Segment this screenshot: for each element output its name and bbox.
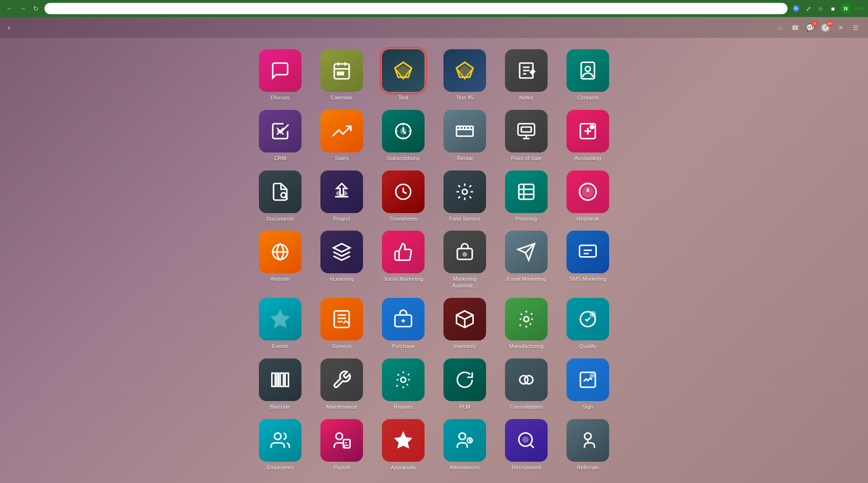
app-label-recruitment: Recruitment xyxy=(512,465,541,471)
topbar-left: ‹ xyxy=(8,23,10,32)
app-item-smsmarketing[interactable]: SMS Marketing xyxy=(562,229,614,291)
app-item-accounting[interactable]: Accounting xyxy=(562,108,614,164)
close-icon[interactable]: ✕ xyxy=(836,23,845,32)
app-item-project[interactable]: Project xyxy=(316,169,368,224)
app-item-appraisals[interactable]: Appraisals xyxy=(377,417,429,473)
app-item-timesheets[interactable]: Timesheets xyxy=(377,169,429,224)
app-label-website: Website xyxy=(270,276,290,283)
app-item-subscriptions[interactable]: Subscriptions xyxy=(377,108,429,164)
app-item-elearning[interactable]: eLearning xyxy=(316,229,368,291)
app-icon-quality xyxy=(567,298,609,340)
app-item-sales[interactable]: Sales xyxy=(316,108,368,164)
profile-avatar[interactable]: N xyxy=(841,3,851,14)
svg-point-76 xyxy=(523,437,528,442)
reload-button[interactable]: ↻ xyxy=(31,4,41,13)
app-item-test45[interactable]: Test 45 xyxy=(439,47,491,103)
app-item-pos[interactable]: Point of Sale xyxy=(500,108,552,164)
app-item-discuss[interactable]: Discuss xyxy=(254,47,306,103)
app-item-notes[interactable]: Notes xyxy=(500,47,552,103)
app-label-quality: Quality xyxy=(579,343,596,350)
app-item-purchase[interactable]: Purchase xyxy=(377,296,429,352)
app-icon-timesheets xyxy=(382,170,425,213)
app-label-barcode: Barcode xyxy=(270,404,291,411)
phone-icon[interactable]: ☎ xyxy=(790,23,800,32)
update-button[interactable] xyxy=(854,7,863,10)
app-item-socialmarketing[interactable]: Social Marketing xyxy=(377,229,429,291)
app-icon-purchase xyxy=(382,298,425,340)
browser-bar: ← → ↻ ⤢ ☆ ■ N xyxy=(0,0,868,17)
app-label-sign: Sign xyxy=(582,404,593,411)
app-item-consolidation[interactable]: Consolidation xyxy=(500,357,552,412)
app-label-appraisals: Appraisals xyxy=(390,465,416,471)
svg-marker-11 xyxy=(459,65,471,77)
app-item-crm[interactable]: CRM xyxy=(254,108,306,164)
app-icon-inventory xyxy=(443,298,486,340)
app-icon-emailmarketing xyxy=(505,231,548,273)
extension-icon[interactable]: ■ xyxy=(828,4,838,13)
forward-button[interactable]: → xyxy=(18,4,27,13)
app-grid-container: DiscussCalendarTestTest 45NotesContactsC… xyxy=(0,38,868,483)
app-item-barcode[interactable]: Barcode xyxy=(254,357,306,412)
app-label-discuss: Discuss xyxy=(271,95,290,101)
svg-rect-6 xyxy=(341,72,343,75)
notification-badge[interactable]: 💬 5 xyxy=(806,23,815,32)
app-item-emailmarketing[interactable]: Email Marketing xyxy=(500,229,552,291)
app-item-referrals[interactable]: Referrals xyxy=(562,417,614,473)
activity-badge[interactable]: 🕐 34 xyxy=(821,23,830,32)
odoo-back-button[interactable]: ‹ xyxy=(8,23,10,32)
app-label-socialmarketing: Social Marketing xyxy=(383,276,423,283)
app-item-helpdesk[interactable]: Helpdesk xyxy=(562,169,614,224)
home-icon[interactable]: ⌂ xyxy=(775,23,785,32)
app-label-contacts: Contacts xyxy=(577,95,598,101)
app-icon-test xyxy=(382,49,425,92)
app-icon-marketingauto xyxy=(443,231,486,273)
star-icon[interactable]: ☆ xyxy=(816,4,825,13)
menu-icon[interactable]: ☰ xyxy=(851,23,860,32)
app-icon-sales xyxy=(320,110,363,152)
app-icon-consolidation xyxy=(505,358,548,401)
app-label-crm: CRM xyxy=(274,155,286,162)
app-icon-subscriptions xyxy=(382,110,425,152)
svg-point-57 xyxy=(524,317,529,322)
app-item-manufacturing[interactable]: Manufacturing xyxy=(500,296,552,352)
app-item-repairs[interactable]: Repairs xyxy=(377,357,429,412)
app-item-sign[interactable]: Sign xyxy=(562,357,614,412)
app-item-rental[interactable]: Rental xyxy=(439,108,491,164)
svg-point-35 xyxy=(462,189,468,194)
app-item-marketingauto[interactable]: Marketing Automat... xyxy=(439,229,491,291)
app-item-calendar[interactable]: Calendar xyxy=(316,47,368,103)
app-label-fieldservice: Field Service xyxy=(449,216,480,223)
svg-rect-5 xyxy=(337,72,340,75)
app-item-plm[interactable]: PLM xyxy=(439,357,491,412)
app-item-events[interactable]: Events xyxy=(254,296,306,352)
app-icon-test45 xyxy=(443,49,486,92)
app-item-recruitment[interactable]: Recruitment xyxy=(500,417,552,473)
app-item-surveys[interactable]: Surveys xyxy=(316,296,368,352)
app-icon-payroll xyxy=(320,419,363,462)
svg-rect-49 xyxy=(334,311,349,327)
app-item-planning[interactable]: Planning xyxy=(500,169,552,224)
app-icon-surveys xyxy=(320,298,363,340)
app-item-fieldservice[interactable]: Field Service xyxy=(439,169,491,224)
svg-point-44 xyxy=(463,253,467,256)
app-label-sales: Sales xyxy=(335,155,349,162)
app-item-attendances[interactable]: Attendances xyxy=(439,417,491,473)
app-item-payroll[interactable]: Payroll xyxy=(316,417,368,473)
app-item-maintenance[interactable]: Maintenance xyxy=(316,357,368,412)
app-icon-crm xyxy=(259,110,301,152)
app-label-planning: Planning xyxy=(516,216,537,223)
app-item-contacts[interactable]: Contacts xyxy=(562,47,614,103)
google-icon[interactable] xyxy=(791,4,801,13)
app-item-test[interactable]: Test xyxy=(377,47,429,103)
app-item-documents[interactable]: Documents xyxy=(254,169,306,224)
app-item-quality[interactable]: Quality xyxy=(562,296,614,352)
app-item-website[interactable]: Website xyxy=(254,229,306,291)
app-label-subscriptions: Subscriptions xyxy=(387,155,419,162)
address-bar[interactable] xyxy=(44,3,788,14)
app-grid: DiscussCalendarTestTest 45NotesContactsC… xyxy=(254,47,614,473)
back-button[interactable]: ← xyxy=(5,4,14,13)
app-item-employees[interactable]: Employees xyxy=(254,417,306,473)
app-item-inventory[interactable]: Inventory xyxy=(439,296,491,352)
app-label-payroll: Payroll xyxy=(333,465,350,471)
share-icon[interactable]: ⤢ xyxy=(804,4,813,13)
